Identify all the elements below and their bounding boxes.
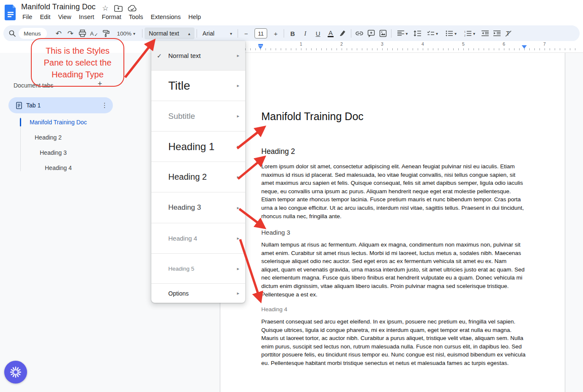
first-line-indent-marker[interactable] — [258, 44, 263, 46]
font-family-select[interactable]: Arial▾ — [199, 30, 235, 37]
submenu-arrow-icon: ▸ — [237, 53, 239, 58]
highlight-color-button[interactable] — [337, 27, 349, 39]
styles-option-title[interactable]: Title ▸ — [151, 70, 245, 101]
ruler-number: 4 — [419, 41, 427, 47]
styles-option-heading-2[interactable]: Heading 2 ▸ — [151, 162, 245, 192]
underline-button[interactable]: U — [312, 27, 324, 39]
styles-option-heading-5[interactable]: Heading 5 ▸ — [151, 253, 245, 283]
submenu-arrow-icon: ▸ — [237, 236, 239, 241]
search-icon[interactable] — [8, 30, 16, 37]
decrease-font-size-button[interactable]: − — [240, 27, 252, 39]
doc-heading-4[interactable]: Heading 4 — [261, 306, 526, 313]
zoom-select[interactable]: 100%▾ — [115, 30, 138, 37]
redo-button[interactable]: ↷ — [65, 27, 77, 39]
starburst-icon — [10, 367, 21, 378]
align-button[interactable]: ▾ — [394, 27, 411, 39]
svg-text:2: 2 — [464, 34, 465, 36]
editor-canvas: Document tabs + Tab 1 ⋮ Manifold Trainin… — [0, 53, 583, 392]
doc-title-text[interactable]: Manifold Training Doc — [261, 110, 526, 123]
menus-search-pill[interactable]: Menus — [19, 28, 47, 39]
menu-file[interactable]: File — [19, 12, 36, 22]
styles-option-heading-3[interactable]: Heading 3 ▸ — [151, 192, 245, 223]
menu-tools[interactable]: Tools — [125, 12, 147, 22]
submenu-arrow-icon: ▸ — [237, 291, 239, 296]
caret-down-icon: ▾ — [230, 31, 232, 36]
paragraph-styles-select[interactable]: Normal text▴ — [145, 27, 194, 39]
styles-option-options[interactable]: Options ▸ — [151, 283, 245, 303]
spell-check-button[interactable]: A✓ — [88, 27, 100, 39]
clear-formatting-button[interactable]: T — [503, 27, 515, 39]
sidebar-tab-1[interactable]: Tab 1 ⋮ — [8, 97, 113, 113]
ruler-number: 1 — [297, 41, 305, 47]
caret-down-icon: ▾ — [133, 31, 135, 36]
star-icon[interactable]: ☆ — [101, 4, 110, 13]
outline-item-title[interactable]: Manifold Training Doc — [30, 119, 87, 126]
ruler-number: 3 — [378, 41, 386, 47]
outline-item-heading4[interactable]: Heading 4 — [45, 164, 72, 171]
styles-option-heading-4[interactable]: Heading 4 ▸ — [151, 223, 245, 253]
doc-heading-3[interactable]: Heading 3 — [261, 229, 526, 236]
submenu-arrow-icon: ▸ — [237, 266, 239, 271]
google-docs-logo-icon[interactable] — [5, 5, 16, 21]
checklist-button[interactable]: ▾ — [423, 27, 442, 39]
tab-options-kebab-icon[interactable]: ⋮ — [101, 101, 108, 109]
bulleted-list-button[interactable]: ▾ — [442, 27, 460, 39]
caret-up-icon: ▴ — [188, 31, 190, 36]
ruler-track[interactable]: 1 2 3 4 5 6 7 — [220, 41, 583, 53]
menu-view[interactable]: View — [54, 12, 75, 22]
print-button[interactable] — [77, 27, 88, 39]
app-header: Manifold Training Doc ☆ File Edit View I… — [0, 0, 583, 25]
styles-option-heading-1[interactable]: Heading 1 ▸ — [151, 131, 245, 162]
submenu-arrow-icon: ▸ — [237, 113, 239, 119]
move-to-folder-icon[interactable] — [114, 4, 123, 12]
left-indent-marker[interactable] — [258, 46, 263, 49]
italic-button[interactable]: I — [299, 27, 312, 39]
caret-down-icon: ▾ — [436, 31, 438, 36]
add-comment-button[interactable] — [365, 27, 377, 39]
ruler-number: 6 — [500, 41, 508, 47]
menu-extensions[interactable]: Extensions — [147, 12, 185, 22]
submenu-arrow-icon: ▸ — [237, 205, 239, 211]
styles-option-subtitle[interactable]: Subtitle ▸ — [151, 101, 245, 131]
submenu-arrow-icon: ▸ — [237, 83, 239, 88]
menu-help[interactable]: Help — [185, 12, 205, 22]
text-color-button[interactable]: A — [324, 27, 337, 39]
submenu-arrow-icon: ▸ — [237, 174, 239, 180]
increase-font-size-button[interactable]: + — [270, 27, 282, 39]
styles-option-normal-text[interactable]: ✓ Normal text ▸ — [151, 41, 245, 70]
annotation-callout: This is the Styles Pane to select the He… — [31, 38, 124, 87]
document-title[interactable]: Manifold Training Doc — [21, 3, 96, 11]
outline-item-heading2[interactable]: Heading 2 — [35, 134, 62, 141]
paint-format-button[interactable] — [100, 27, 112, 39]
doc-heading-2[interactable]: Heading 2 — [261, 147, 526, 156]
outline-item-heading3[interactable]: Heading 3 — [40, 149, 67, 156]
caret-down-icon: ▾ — [473, 31, 475, 36]
menu-insert[interactable]: Insert — [75, 12, 98, 22]
assistant-fab-button[interactable] — [4, 361, 27, 384]
insert-image-button[interactable] — [377, 27, 389, 39]
font-size-input[interactable]: 11 — [255, 28, 267, 38]
decrease-indent-button[interactable] — [479, 27, 491, 39]
doc-paragraph[interactable]: Praesent consequat sed arcu eget eleifen… — [261, 318, 526, 367]
caret-down-icon: ▾ — [406, 31, 408, 36]
menu-format[interactable]: Format — [98, 12, 125, 22]
right-indent-marker[interactable] — [522, 45, 527, 49]
undo-button[interactable]: ↶ — [53, 27, 65, 39]
bold-button[interactable]: B — [286, 27, 299, 39]
tab-document-icon — [16, 102, 22, 109]
menu-edit[interactable]: Edit — [36, 12, 54, 22]
cloud-status-icon[interactable] — [128, 4, 137, 12]
insert-link-button[interactable] — [353, 27, 365, 39]
styles-dropdown-menu: ✓ Normal text ▸ Title ▸ Subtitle ▸ Headi… — [151, 41, 245, 303]
increase-indent-button[interactable] — [491, 27, 503, 39]
ruler-number: 5 — [459, 41, 468, 47]
tab-label: Tab 1 — [26, 102, 101, 109]
ruler-number: 2 — [337, 41, 346, 47]
doc-paragraph[interactable]: Nullam tempus at risus ac fermentum. Ali… — [261, 241, 526, 299]
doc-paragraph[interactable]: Lorem ipsum dolor sit amet, consectetur … — [261, 162, 526, 220]
check-icon: ✓ — [157, 52, 162, 59]
document-page[interactable]: Manifold Training Doc Heading 2 Lorem ip… — [220, 53, 565, 392]
numbered-list-button[interactable]: 1 2 ▾ — [460, 27, 479, 39]
line-spacing-button[interactable] — [411, 27, 423, 39]
svg-text:1: 1 — [464, 30, 465, 33]
